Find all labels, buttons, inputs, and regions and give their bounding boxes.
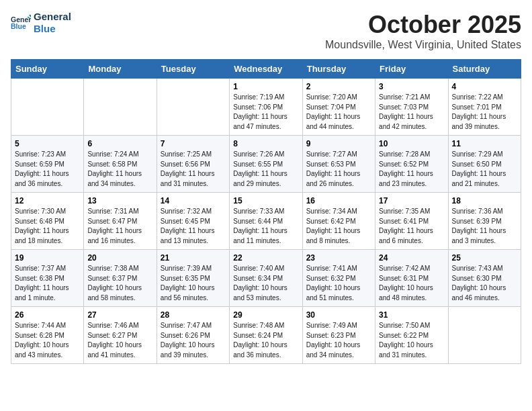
calendar-cell: 17Sunrise: 7:35 AM Sunset: 6:41 PM Dayli… [375, 193, 448, 250]
day-info: Sunrise: 7:23 AM Sunset: 6:59 PM Dayligh… [15, 150, 80, 189]
calendar-cell: 7Sunrise: 7:25 AM Sunset: 6:56 PM Daylig… [157, 136, 229, 193]
day-info: Sunrise: 7:42 AM Sunset: 6:31 PM Dayligh… [379, 264, 444, 303]
page-header: General Blue General Blue October 2025 M… [11, 11, 521, 51]
calendar-cell: 4Sunrise: 7:22 AM Sunset: 7:01 PM Daylig… [448, 79, 521, 136]
calendar-cell: 28Sunrise: 7:47 AM Sunset: 6:26 PM Dayli… [157, 307, 229, 364]
day-number: 22 [233, 253, 298, 263]
day-number: 13 [87, 196, 152, 205]
calendar-cell [157, 79, 229, 136]
day-info: Sunrise: 7:26 AM Sunset: 6:55 PM Dayligh… [233, 150, 298, 189]
day-info: Sunrise: 7:34 AM Sunset: 6:42 PM Dayligh… [306, 207, 371, 246]
calendar-cell: 30Sunrise: 7:49 AM Sunset: 6:23 PM Dayli… [302, 307, 375, 364]
calendar-cell: 22Sunrise: 7:40 AM Sunset: 6:34 PM Dayli… [230, 250, 302, 307]
day-info: Sunrise: 7:33 AM Sunset: 6:44 PM Dayligh… [233, 207, 298, 246]
column-header-friday: Friday [375, 60, 448, 79]
day-info: Sunrise: 7:24 AM Sunset: 6:58 PM Dayligh… [87, 150, 152, 189]
calendar-cell: 19Sunrise: 7:37 AM Sunset: 6:38 PM Dayli… [11, 250, 84, 307]
logo: General Blue General Blue [11, 11, 71, 35]
day-info: Sunrise: 7:41 AM Sunset: 6:32 PM Dayligh… [306, 264, 371, 303]
day-info: Sunrise: 7:46 AM Sunset: 6:27 PM Dayligh… [87, 321, 152, 360]
day-number: 26 [15, 310, 80, 320]
day-info: Sunrise: 7:43 AM Sunset: 6:30 PM Dayligh… [452, 264, 517, 303]
calendar-cell: 31Sunrise: 7:50 AM Sunset: 6:22 PM Dayli… [375, 307, 448, 364]
day-info: Sunrise: 7:47 AM Sunset: 6:26 PM Dayligh… [161, 321, 226, 360]
logo-text-general: General [34, 11, 71, 23]
calendar-cell [84, 79, 157, 136]
calendar-cell: 26Sunrise: 7:44 AM Sunset: 6:28 PM Dayli… [11, 307, 84, 364]
day-number: 31 [379, 310, 444, 320]
day-number: 12 [15, 196, 80, 205]
day-number: 30 [306, 310, 371, 320]
calendar-cell [448, 307, 521, 364]
day-number: 25 [452, 253, 517, 263]
day-info: Sunrise: 7:35 AM Sunset: 6:41 PM Dayligh… [379, 207, 444, 246]
day-number: 27 [87, 310, 152, 320]
svg-text:Blue: Blue [11, 22, 26, 30]
day-number: 8 [233, 139, 298, 148]
calendar-cell: 18Sunrise: 7:36 AM Sunset: 6:39 PM Dayli… [448, 193, 521, 250]
day-info: Sunrise: 7:25 AM Sunset: 6:56 PM Dayligh… [161, 150, 226, 189]
day-number: 20 [87, 253, 152, 263]
day-number: 28 [161, 310, 226, 320]
calendar-cell: 25Sunrise: 7:43 AM Sunset: 6:30 PM Dayli… [448, 250, 521, 307]
day-number: 17 [379, 196, 444, 205]
week-row-5: 26Sunrise: 7:44 AM Sunset: 6:28 PM Dayli… [11, 307, 521, 364]
title-block: October 2025 Moundsville, West Virginia,… [325, 11, 521, 51]
day-number: 4 [452, 82, 517, 91]
calendar-cell: 6Sunrise: 7:24 AM Sunset: 6:58 PM Daylig… [84, 136, 157, 193]
logo-icon: General Blue [11, 13, 31, 33]
calendar-cell: 20Sunrise: 7:38 AM Sunset: 6:37 PM Dayli… [84, 250, 157, 307]
day-number: 14 [161, 196, 226, 205]
day-info: Sunrise: 7:27 AM Sunset: 6:53 PM Dayligh… [306, 150, 371, 189]
calendar-cell: 10Sunrise: 7:28 AM Sunset: 6:52 PM Dayli… [375, 136, 448, 193]
week-row-3: 12Sunrise: 7:30 AM Sunset: 6:48 PM Dayli… [11, 193, 521, 250]
week-row-4: 19Sunrise: 7:37 AM Sunset: 6:38 PM Dayli… [11, 250, 521, 307]
day-info: Sunrise: 7:38 AM Sunset: 6:37 PM Dayligh… [87, 264, 152, 303]
day-number: 11 [452, 139, 517, 148]
day-info: Sunrise: 7:21 AM Sunset: 7:03 PM Dayligh… [379, 93, 444, 132]
calendar-cell [11, 79, 84, 136]
day-number: 16 [306, 196, 371, 205]
week-row-1: 1Sunrise: 7:19 AM Sunset: 7:06 PM Daylig… [11, 79, 521, 136]
day-number: 23 [306, 253, 371, 263]
day-number: 24 [379, 253, 444, 263]
calendar-cell: 21Sunrise: 7:39 AM Sunset: 6:35 PM Dayli… [157, 250, 229, 307]
day-info: Sunrise: 7:37 AM Sunset: 6:38 PM Dayligh… [15, 264, 80, 303]
day-number: 15 [233, 196, 298, 205]
day-number: 2 [306, 82, 371, 91]
calendar-cell: 9Sunrise: 7:27 AM Sunset: 6:53 PM Daylig… [302, 136, 375, 193]
day-info: Sunrise: 7:48 AM Sunset: 6:24 PM Dayligh… [233, 321, 298, 360]
day-number: 18 [452, 196, 517, 205]
day-number: 5 [15, 139, 80, 148]
calendar-cell: 2Sunrise: 7:20 AM Sunset: 7:04 PM Daylig… [302, 79, 375, 136]
calendar-cell: 5Sunrise: 7:23 AM Sunset: 6:59 PM Daylig… [11, 136, 84, 193]
calendar-cell: 15Sunrise: 7:33 AM Sunset: 6:44 PM Dayli… [230, 193, 302, 250]
column-header-sunday: Sunday [11, 60, 84, 79]
day-info: Sunrise: 7:39 AM Sunset: 6:35 PM Dayligh… [161, 264, 226, 303]
day-info: Sunrise: 7:31 AM Sunset: 6:47 PM Dayligh… [87, 207, 152, 246]
day-info: Sunrise: 7:32 AM Sunset: 6:45 PM Dayligh… [161, 207, 226, 246]
column-header-tuesday: Tuesday [157, 60, 229, 79]
calendar-cell: 3Sunrise: 7:21 AM Sunset: 7:03 PM Daylig… [375, 79, 448, 136]
calendar-cell: 13Sunrise: 7:31 AM Sunset: 6:47 PM Dayli… [84, 193, 157, 250]
calendar-table: SundayMondayTuesdayWednesdayThursdayFrid… [11, 59, 521, 364]
logo-text-blue: Blue [34, 23, 71, 35]
day-number: 10 [379, 139, 444, 148]
week-row-2: 5Sunrise: 7:23 AM Sunset: 6:59 PM Daylig… [11, 136, 521, 193]
day-number: 6 [87, 139, 152, 148]
day-number: 3 [379, 82, 444, 91]
calendar-cell: 29Sunrise: 7:48 AM Sunset: 6:24 PM Dayli… [230, 307, 302, 364]
day-info: Sunrise: 7:29 AM Sunset: 6:50 PM Dayligh… [452, 150, 517, 189]
location: Moundsville, West Virginia, United State… [325, 39, 521, 51]
day-info: Sunrise: 7:40 AM Sunset: 6:34 PM Dayligh… [233, 264, 298, 303]
calendar-header-row: SundayMondayTuesdayWednesdayThursdayFrid… [11, 60, 521, 79]
day-number: 1 [233, 82, 298, 91]
day-info: Sunrise: 7:22 AM Sunset: 7:01 PM Dayligh… [452, 93, 517, 132]
day-info: Sunrise: 7:49 AM Sunset: 6:23 PM Dayligh… [306, 321, 371, 360]
calendar-cell: 11Sunrise: 7:29 AM Sunset: 6:50 PM Dayli… [448, 136, 521, 193]
calendar-cell: 8Sunrise: 7:26 AM Sunset: 6:55 PM Daylig… [230, 136, 302, 193]
day-info: Sunrise: 7:50 AM Sunset: 6:22 PM Dayligh… [379, 321, 444, 360]
day-info: Sunrise: 7:19 AM Sunset: 7:06 PM Dayligh… [233, 93, 298, 132]
day-info: Sunrise: 7:30 AM Sunset: 6:48 PM Dayligh… [15, 207, 80, 246]
day-info: Sunrise: 7:20 AM Sunset: 7:04 PM Dayligh… [306, 93, 371, 132]
